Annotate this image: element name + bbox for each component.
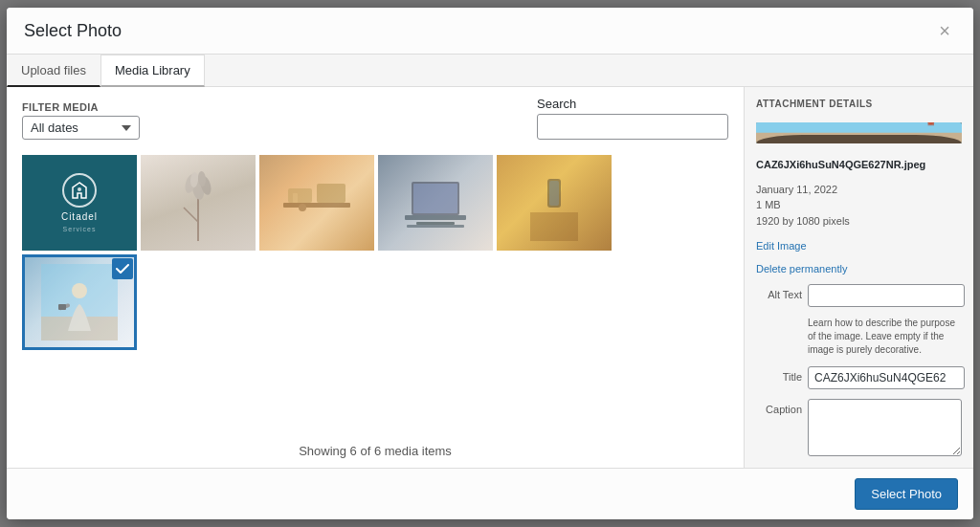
svg-point-0 (78, 187, 81, 191)
svg-rect-8 (283, 203, 350, 208)
svg-rect-26 (58, 304, 66, 310)
modal-tabs: Upload files Media Library (7, 55, 973, 87)
search-input[interactable] (537, 114, 728, 140)
filter-label: Filter media (22, 101, 140, 113)
media-item[interactable] (497, 155, 612, 251)
citadel-brand-text: Citadel (61, 211, 98, 222)
delete-permanently-link[interactable]: Delete permanently (756, 263, 962, 274)
search-section: Search (537, 97, 728, 140)
svg-point-11 (299, 204, 306, 211)
svg-rect-16 (407, 225, 464, 228)
flower-image (141, 155, 256, 251)
attachment-thumb-image (756, 122, 962, 143)
alt-text-field: Alt Text (756, 284, 962, 307)
modal-header: Select Photo × (7, 8, 973, 55)
tab-upload[interactable]: Upload files (7, 55, 100, 87)
media-item-selected[interactable] (22, 254, 137, 350)
select-photo-button[interactable]: Select Photo (855, 478, 958, 510)
svg-point-31 (818, 141, 859, 143)
title-field: Title (756, 366, 962, 389)
svg-rect-21 (549, 181, 559, 206)
selection-checkmark (112, 258, 133, 279)
modal-body: Filter media All dates January 2022 Febr… (7, 87, 973, 468)
citadel-icon (62, 173, 97, 208)
select-photo-modal: Select Photo × Upload files Media Librar… (7, 8, 973, 519)
media-count: Showing 6 of 6 media items (7, 434, 744, 468)
svg-point-30 (771, 140, 802, 143)
svg-rect-12 (293, 193, 298, 203)
phone-image (497, 155, 612, 251)
search-label: Search (537, 97, 728, 111)
svg-rect-17 (416, 222, 455, 225)
attachment-meta: January 11, 2022 1 MB 1920 by 1080 pixel… (756, 182, 962, 230)
attachment-date: January 11, 2022 (756, 184, 837, 195)
caption-textarea[interactable] (808, 399, 962, 456)
modal-overlay: Select Photo × Upload files Media Librar… (0, 0, 980, 527)
svg-rect-33 (928, 122, 934, 125)
attachment-section-title: ATTACHMENT DETAILS (756, 99, 962, 109)
caption-label: Caption (756, 399, 802, 415)
svg-rect-14 (413, 184, 457, 213)
laptop-image (378, 155, 493, 251)
title-label: Title (756, 366, 802, 383)
title-input[interactable] (808, 366, 965, 389)
media-item[interactable]: Citadel Services (22, 155, 137, 251)
attachment-thumbnail (756, 122, 962, 143)
attachment-filename: CAZ6JXi6huSuN4QGE627NR.jpeg (756, 159, 962, 170)
svg-rect-15 (405, 215, 466, 220)
media-panel: Filter media All dates January 2022 Febr… (7, 87, 744, 468)
attachment-filesize: 1 MB (756, 199, 781, 210)
svg-rect-9 (288, 188, 312, 203)
svg-rect-19 (530, 212, 578, 241)
alt-text-help: Learn how to describe the purpose of the… (808, 317, 962, 357)
attachment-panel: ATTACHMENT DETAILS (744, 87, 973, 468)
caption-field: Caption (756, 399, 962, 456)
media-item[interactable] (378, 155, 493, 251)
media-toolbar: Filter media All dates January 2022 Febr… (7, 87, 744, 147)
citadel-sub-text: Services (63, 226, 97, 232)
attachment-dimensions: 1920 by 1080 pixels (756, 215, 850, 227)
media-item[interactable] (259, 155, 374, 251)
svg-point-24 (72, 283, 87, 298)
alt-text-label: Alt Text (756, 284, 802, 300)
svg-line-2 (184, 208, 198, 222)
close-button[interactable]: × (933, 19, 956, 42)
media-grid: Citadel Services (7, 147, 744, 434)
date-filter-select[interactable]: All dates January 2022 February 2022 (22, 116, 140, 140)
tab-media-library[interactable]: Media Library (100, 55, 205, 87)
edit-image-link[interactable]: Edit Image (756, 240, 962, 252)
office-image (259, 155, 374, 251)
svg-rect-28 (756, 133, 962, 143)
svg-rect-10 (317, 184, 345, 203)
media-item[interactable] (141, 155, 256, 251)
modal-title: Select Photo (24, 21, 122, 41)
filter-section: Filter media All dates January 2022 Febr… (22, 101, 140, 140)
modal-footer: Select Photo (7, 468, 973, 519)
alt-text-input[interactable] (808, 284, 965, 307)
